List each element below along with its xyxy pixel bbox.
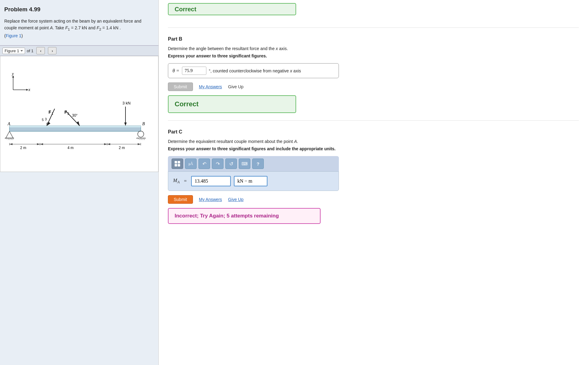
part-b-give-up-text: Give Up: [228, 84, 244, 89]
svg-line-24: [143, 138, 144, 140]
part-b-section: Part B Determine the angle between the r…: [168, 28, 579, 121]
figure-link[interactable]: Figure 1: [6, 33, 21, 38]
part-c-give-up-link[interactable]: Give Up: [228, 197, 244, 202]
svg-line-15: [11, 138, 12, 140]
part-c-unit-input[interactable]: [234, 176, 267, 186]
svg-marker-50: [40, 143, 43, 145]
svg-marker-45: [9, 143, 13, 145]
prev-figure-button[interactable]: ‹: [36, 47, 45, 54]
svg-marker-46: [37, 143, 40, 145]
math-toolbar: μÅ ↶ ↷ ↺ ⌨ ?: [168, 156, 339, 171]
svg-text:A: A: [7, 122, 10, 126]
part-b-title: Part B: [168, 36, 579, 42]
part-c-my-answers-link[interactable]: My Answers: [199, 197, 222, 202]
svg-line-14: [9, 138, 11, 140]
part-b-submit-button[interactable]: Submit: [168, 82, 193, 91]
svg-point-17: [138, 131, 144, 137]
part-b-my-answers-link[interactable]: My Answers: [199, 84, 222, 89]
svg-marker-51: [104, 143, 107, 145]
svg-line-23: [141, 138, 142, 140]
mu-icon: μÅ: [188, 162, 193, 166]
svg-text:30°: 30°: [72, 113, 78, 118]
of-label: of 1: [27, 49, 34, 53]
dropdown-arrow-icon: [20, 50, 23, 52]
svg-text:B: B: [142, 122, 145, 126]
redo-icon: ↷: [216, 161, 220, 167]
problem-title: Problem 4.99: [4, 6, 153, 13]
svg-marker-5: [26, 89, 28, 91]
svg-marker-37: [77, 121, 80, 126]
part-b-answer-label: θ =: [172, 68, 180, 74]
figure-select[interactable]: Figure 1: [2, 48, 25, 54]
part-c-description: Determine the equivalent resultant coupl…: [168, 139, 579, 144]
problem-box: Problem 4.99 Replace the force system ac…: [0, 0, 158, 46]
part-c-instructions: Express your answer to three significant…: [168, 146, 579, 151]
keyboard-icon: ⌨: [241, 161, 248, 166]
undo-toolbar-button[interactable]: ↶: [198, 159, 210, 169]
undo-icon: ↶: [202, 161, 206, 167]
part-c-section: Part C Determine the equivalent resultan…: [168, 121, 579, 231]
left-panel: Problem 4.99 Replace the force system ac…: [0, 0, 159, 365]
svg-text:2 m: 2 m: [119, 146, 125, 150]
svg-text:3: 3: [45, 117, 47, 121]
svg-text:y: y: [11, 71, 14, 76]
svg-text:2 m: 2 m: [20, 146, 26, 150]
figure-label: Figure 1: [5, 49, 19, 53]
svg-text:5: 5: [42, 118, 44, 122]
svg-line-25: [144, 138, 145, 140]
redo-toolbar-button[interactable]: ↷: [212, 159, 223, 169]
svg-marker-8: [6, 131, 13, 138]
part-b-answer-box: θ = °, counted counterclockwise from neg…: [168, 63, 339, 78]
svg-text:x: x: [28, 87, 31, 92]
svg-marker-56: [138, 143, 141, 145]
grid-toolbar-button[interactable]: [172, 159, 183, 169]
grid-icon: [175, 161, 180, 166]
keyboard-toolbar-button[interactable]: ⌨: [239, 159, 250, 169]
refresh-toolbar-button[interactable]: ↺: [225, 159, 237, 169]
help-toolbar-button[interactable]: ?: [252, 159, 264, 169]
figure-svg: y x A: [3, 59, 150, 163]
part-c-incorrect-box: Incorrect; Try Again; 5 attempts remaini…: [168, 208, 321, 224]
right-panel: Correct Part B Determine the angle betwe…: [159, 0, 588, 365]
ma-label: MA: [173, 178, 180, 184]
mu-toolbar-button[interactable]: μÅ: [185, 159, 197, 169]
part-c-submit-button[interactable]: Submit: [168, 195, 193, 204]
part-c-title: Part C: [168, 129, 579, 135]
part-c-value-input[interactable]: [191, 176, 231, 186]
svg-marker-40: [124, 122, 127, 126]
part-b-description: Determine the angle between the resultan…: [168, 46, 579, 51]
math-input-area: MA =: [168, 171, 339, 191]
part-c-action-row: Submit My Answers Give Up: [168, 195, 579, 204]
svg-line-16: [13, 138, 14, 140]
part-b-correct-box: Correct: [168, 95, 296, 113]
svg-line-13: [8, 138, 9, 140]
ma-equals: =: [184, 178, 187, 184]
problem-description: Replace the force system acting on the b…: [4, 18, 153, 39]
part-b-instructions: Express your answer to three significant…: [168, 53, 579, 58]
part-b-answer-input[interactable]: [182, 67, 206, 75]
part-b-answer-row: θ = °, counted counterclockwise from neg…: [168, 63, 579, 78]
next-figure-button[interactable]: ›: [48, 47, 56, 54]
figure-area: y x A: [0, 56, 158, 172]
svg-marker-55: [107, 143, 110, 145]
svg-line-22: [140, 138, 141, 140]
svg-text:F: F: [49, 110, 51, 115]
svg-text:4 m: 4 m: [67, 146, 74, 150]
refresh-icon: ↺: [229, 161, 233, 167]
part-a-correct-banner: Correct: [168, 3, 296, 15]
part-b-answer-suffix: °, counted counterclockwise from negativ…: [209, 68, 301, 73]
figure-nav: Figure 1 of 1 ‹ ›: [0, 46, 158, 56]
svg-text:3 kN: 3 kN: [122, 101, 131, 105]
svg-rect-7: [9, 126, 141, 127]
part-b-action-row: Submit My Answers Give Up: [168, 82, 579, 91]
help-icon: ?: [256, 161, 259, 166]
